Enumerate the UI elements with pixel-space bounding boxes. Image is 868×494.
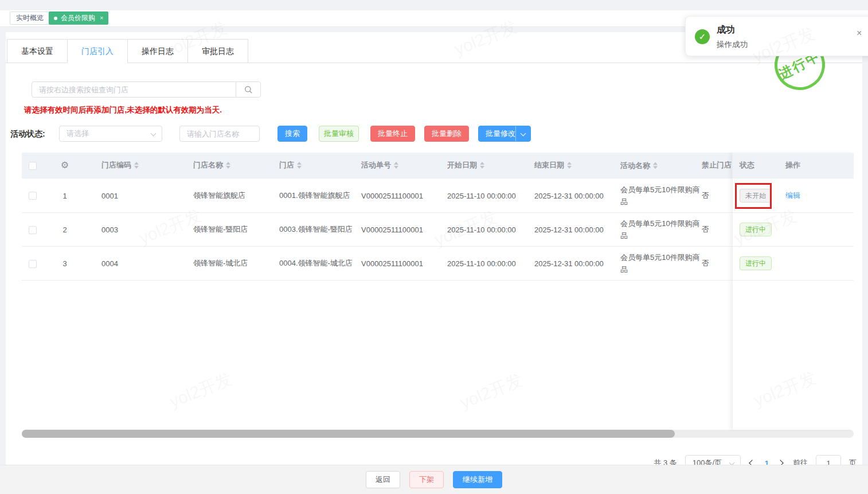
active-dot-icon bbox=[54, 17, 57, 20]
activity-name: 会员每单5元10件限购商品 bbox=[620, 251, 706, 275]
start-date: 2025-11-10 00:00:00 bbox=[447, 225, 516, 234]
fixed-row: 未开始 编辑 bbox=[733, 178, 854, 213]
footer-action-bar: 返回 下架 继续新增 bbox=[0, 465, 868, 494]
col-end-date[interactable]: 结束日期 bbox=[534, 160, 564, 170]
table-header: ⚙ 门店编码 门店名称 门店 活动单号 开始日期 结束日期 活动名称 禁止门店 bbox=[22, 153, 854, 178]
tab-store-import[interactable]: 门店引入 bbox=[67, 39, 128, 63]
activity-no: V00002511100001 bbox=[361, 259, 423, 268]
col-store-name[interactable]: 门店名称 bbox=[193, 160, 223, 170]
row-checkbox[interactable] bbox=[29, 226, 37, 234]
tab-basic-settings[interactable]: 基本设置 bbox=[7, 39, 68, 63]
col-activity-no[interactable]: 活动单号 bbox=[361, 160, 391, 170]
sort-icons[interactable] bbox=[653, 162, 658, 169]
batch-modify-button[interactable]: 批量修改 bbox=[478, 126, 531, 142]
store-name: 领锋智能-城北店 bbox=[193, 258, 248, 269]
continue-add-button[interactable]: 继续新增 bbox=[453, 471, 502, 488]
forbid-store: 否 bbox=[702, 190, 709, 201]
sort-icons[interactable] bbox=[480, 162, 484, 169]
tag-label: 会员价限购 bbox=[61, 12, 95, 24]
sort-icons[interactable] bbox=[297, 162, 302, 169]
store-code: 0003 bbox=[101, 225, 118, 234]
chevron-down-icon bbox=[151, 131, 157, 137]
store-code: 0001 bbox=[101, 191, 118, 200]
table-row: 2 0003 领锋智能-暨阳店 0003.领锋智能-暨阳店 V000025111… bbox=[22, 213, 854, 247]
forbid-store: 否 bbox=[702, 258, 709, 269]
row-index: 3 bbox=[58, 259, 71, 268]
row-index: 1 bbox=[58, 191, 71, 200]
row-checkbox[interactable] bbox=[29, 192, 37, 200]
success-check-icon: ✓ bbox=[695, 29, 710, 44]
store: 0003.领锋智能-暨阳店 bbox=[279, 224, 353, 235]
select-all-checkbox[interactable] bbox=[29, 162, 37, 170]
store-code: 0004 bbox=[101, 259, 118, 268]
tag-realtime-overview[interactable]: 实时概览 bbox=[10, 11, 50, 25]
row-checkbox[interactable] bbox=[29, 260, 37, 268]
validity-warning-text: 请选择有效时间后再添加门店,未选择的默认有效期为当天. bbox=[24, 105, 222, 115]
chevron-down-icon bbox=[521, 131, 526, 137]
col-action: 操作 bbox=[785, 160, 800, 170]
fixed-header: 状态 操作 bbox=[733, 153, 854, 178]
fixed-row: 进行中 bbox=[733, 247, 854, 281]
store-search-button[interactable] bbox=[236, 82, 260, 97]
col-store[interactable]: 门店 bbox=[279, 160, 294, 170]
status-badge: 进行中 bbox=[740, 256, 772, 270]
table-row: 3 0004 领锋智能-城北店 0004.领锋智能-城北店 V000025111… bbox=[22, 247, 854, 281]
table-row: 1 0001 领锋智能旗舰店 0001.领锋智能旗舰店 V00002511100… bbox=[22, 178, 854, 213]
store-name: 领锋智能旗舰店 bbox=[193, 190, 245, 201]
end-date: 2025-12-31 00:00:00 bbox=[534, 191, 604, 200]
filter-row: 活动状态: 请选择 搜索 批量审核 批量终止 批量删除 批量修改 bbox=[6, 126, 862, 142]
sort-icons[interactable] bbox=[567, 162, 572, 169]
horizontal-scrollbar-thumb[interactable] bbox=[22, 430, 675, 438]
sort-icons[interactable] bbox=[226, 162, 230, 169]
col-forbid-store: 禁止门店 bbox=[702, 160, 732, 170]
activity-no: V00002511100001 bbox=[361, 225, 423, 234]
status-badge: 未开始 bbox=[740, 189, 772, 203]
search-button[interactable]: 搜索 bbox=[277, 126, 307, 142]
horizontal-scrollbar-track[interactable] bbox=[22, 430, 854, 438]
sort-icons[interactable] bbox=[394, 162, 398, 169]
store-name: 领锋智能-暨阳店 bbox=[193, 224, 248, 235]
store-table: ⚙ 门店编码 门店名称 门店 活动单号 开始日期 结束日期 活动名称 禁止门店 … bbox=[22, 153, 854, 281]
batch-modify-label: 批量修改 bbox=[479, 126, 515, 141]
batch-audit-button[interactable]: 批量审核 bbox=[319, 126, 359, 142]
sort-icons[interactable] bbox=[134, 162, 139, 169]
store: 0004.领锋智能-城北店 bbox=[279, 258, 353, 269]
col-store-code[interactable]: 门店编码 bbox=[101, 160, 131, 170]
col-start-date[interactable]: 开始日期 bbox=[447, 160, 477, 170]
activity-name: 会员每单5元10件限购商品 bbox=[620, 184, 706, 208]
store-search-input[interactable] bbox=[32, 82, 236, 97]
batch-terminate-button[interactable]: 批量终止 bbox=[370, 126, 415, 142]
activity-name: 会员每单5元10件限购商品 bbox=[620, 217, 706, 242]
toast-message: 操作成功 bbox=[717, 40, 748, 50]
main-card: 基本设置 门店引入 操作日志 审批日志 请选择有效时间后再添加门店,未选择的默认… bbox=[6, 32, 862, 465]
success-toast: ✓ 成功 操作成功 × bbox=[685, 16, 868, 56]
tag-close-icon[interactable]: × bbox=[100, 12, 103, 24]
batch-modify-dropdown[interactable] bbox=[515, 126, 530, 141]
tag-member-price-limit[interactable]: 会员价限购 × bbox=[49, 11, 108, 25]
toast-title: 成功 bbox=[717, 24, 735, 36]
col-activity-name[interactable]: 活动名称 bbox=[620, 160, 650, 172]
row-index: 2 bbox=[58, 225, 71, 234]
fixed-row: 进行中 bbox=[733, 213, 854, 247]
tab-operation-log[interactable]: 操作日志 bbox=[127, 39, 188, 63]
store-name-input[interactable] bbox=[179, 126, 260, 142]
start-date: 2025-11-10 00:00:00 bbox=[447, 259, 516, 268]
takedown-button[interactable]: 下架 bbox=[409, 471, 444, 488]
store: 0001.领锋智能旗舰店 bbox=[279, 190, 350, 201]
store-search-box bbox=[32, 81, 261, 98]
batch-delete-button[interactable]: 批量删除 bbox=[424, 126, 469, 142]
end-date: 2025-12-31 00:00:00 bbox=[534, 225, 604, 234]
forbid-store: 否 bbox=[702, 224, 709, 235]
search-icon bbox=[244, 85, 253, 94]
tab-approval-log[interactable]: 审批日志 bbox=[187, 39, 248, 63]
activity-status-select[interactable]: 请选择 bbox=[59, 126, 162, 142]
activity-status-placeholder: 请选择 bbox=[67, 129, 89, 138]
fixed-columns-panel: 状态 操作 未开始 编辑 进行中 进行中 bbox=[732, 153, 854, 430]
activity-no: V00002511100001 bbox=[361, 191, 423, 200]
start-date: 2025-11-10 00:00:00 bbox=[447, 191, 516, 200]
edit-link[interactable]: 编辑 bbox=[785, 191, 800, 200]
settings-icon[interactable]: ⚙ bbox=[61, 160, 69, 170]
toast-close-icon[interactable]: × bbox=[857, 28, 862, 38]
back-button[interactable]: 返回 bbox=[366, 471, 400, 488]
activity-status-label: 活动状态: bbox=[10, 126, 45, 142]
